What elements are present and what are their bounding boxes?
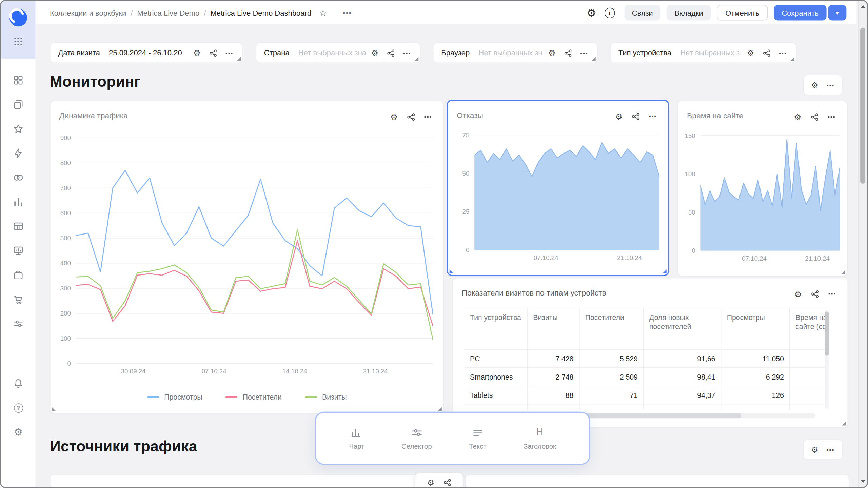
- widget-relations-icon[interactable]: [407, 113, 415, 121]
- sidebar-item-services[interactable]: [13, 269, 24, 281]
- sidebar-item-connections[interactable]: [13, 148, 24, 159]
- resize-handle[interactable]: [663, 269, 666, 273]
- sidebar-item-favorites[interactable]: [13, 123, 24, 135]
- resize-handle[interactable]: [592, 57, 595, 61]
- filter-menu-icon[interactable]: ⋯: [403, 48, 411, 57]
- widget-relations-icon[interactable]: [811, 290, 819, 298]
- filter-gear-icon[interactable]: ⚙: [371, 49, 378, 57]
- sidebar-item-collections[interactable]: [13, 99, 24, 110]
- widget-menu-icon[interactable]: ⋯: [827, 112, 836, 121]
- filter-menu-icon[interactable]: ⋯: [778, 48, 787, 57]
- settings-gear-icon[interactable]: ⚙: [13, 427, 24, 438]
- add-heading-button[interactable]: H Заголовок: [524, 426, 556, 450]
- filter-gear-icon[interactable]: ⚙: [193, 49, 201, 57]
- svg-text:0: 0: [67, 360, 71, 367]
- widget-gear-icon[interactable]: ⚙: [390, 113, 398, 121]
- sidebar-item-dashboards[interactable]: [13, 245, 24, 256]
- widget-relations-icon[interactable]: [631, 112, 639, 120]
- sidebar-item-marketplace[interactable]: [13, 294, 24, 305]
- page-scrollbar-thumb[interactable]: [860, 28, 865, 184]
- filter-relations-icon[interactable]: [387, 49, 394, 57]
- legend-visits[interactable]: Визиты: [305, 393, 347, 401]
- resize-handle[interactable]: [415, 57, 418, 61]
- add-text-button[interactable]: Текст: [469, 426, 486, 450]
- resize-handle[interactable]: [842, 422, 846, 425]
- table-row[interactable]: PC7 4285 52991,6611 050: [465, 350, 829, 368]
- sidebar-item-workbooks[interactable]: [13, 75, 24, 86]
- filter-relations-icon[interactable]: [763, 49, 770, 57]
- table-vscroll-thumb[interactable]: [825, 311, 829, 356]
- section-gear-icon[interactable]: ⚙: [811, 445, 818, 453]
- filter-relations-icon[interactable]: [209, 49, 217, 57]
- scroll-up-icon[interactable]: [861, 5, 865, 8]
- section-menu-icon[interactable]: ⋯: [826, 81, 835, 89]
- filter-country[interactable]: Страна Нет выбранных зна ⚙ ⋯: [256, 43, 421, 63]
- legend-views[interactable]: Просмотры: [147, 393, 202, 401]
- sidebar-item-settings-tune[interactable]: [13, 318, 24, 329]
- save-button[interactable]: Сохранить: [774, 5, 826, 21]
- widget-gear-icon[interactable]: ⚙: [794, 113, 801, 121]
- breadcrumb-workbook[interactable]: Metrica Live Demo: [137, 8, 199, 17]
- filter-relations-icon[interactable]: [564, 49, 572, 57]
- sidebar-item-charts[interactable]: [13, 197, 24, 208]
- breadcrumb-collections[interactable]: Коллекции и воркбуки: [50, 8, 126, 17]
- filter-menu-icon[interactable]: ⋯: [225, 48, 234, 57]
- filter-device-placeholder[interactable]: Нет выбранных з: [680, 49, 742, 57]
- filter-gear-icon[interactable]: ⚙: [747, 49, 754, 57]
- section-gear-icon[interactable]: ⚙: [811, 81, 818, 89]
- resize-handle[interactable]: [790, 57, 794, 61]
- filter-browser[interactable]: Браузер Нет выбранных зн ⚙ ⋯: [433, 43, 598, 63]
- filter-device-type[interactable]: Тип устройства Нет выбранных з ⚙ ⋯: [610, 43, 796, 63]
- svg-text:07.10.24: 07.10.24: [202, 368, 226, 375]
- sidebar-item-tables[interactable]: [13, 221, 24, 232]
- notifications-bell-icon[interactable]: [13, 378, 24, 389]
- datalens-logo-icon[interactable]: [8, 8, 28, 28]
- filter-menu-icon[interactable]: ⋯: [580, 48, 588, 57]
- breadcrumb-menu-icon[interactable]: ⋯: [342, 7, 352, 18]
- widget-bounces[interactable]: Отказы ⚙ ⋯ 025507507.10.2421.10.24: [447, 100, 669, 276]
- widget-time-on-site[interactable]: Время на сайте ⚙ ⋯ 05010015007.10.2421.1…: [677, 101, 847, 276]
- filter-browser-placeholder[interactable]: Нет выбранных зн: [478, 49, 544, 57]
- filter-gear-icon[interactable]: ⚙: [548, 49, 555, 57]
- table-vertical-scrollbar[interactable]: [825, 310, 829, 409]
- legend-visitors[interactable]: Посетители: [225, 393, 282, 401]
- widget-menu-icon[interactable]: ⋯: [828, 289, 836, 298]
- relations-button[interactable]: Связи: [624, 5, 660, 21]
- favorite-star-icon[interactable]: ☆: [319, 7, 327, 18]
- widget-menu-icon[interactable]: ⋯: [424, 112, 432, 121]
- resize-handle[interactable]: [438, 407, 441, 411]
- partial-widget-toolbar: ⚙: [415, 472, 463, 488]
- cancel-button[interactable]: Отменить: [717, 5, 768, 21]
- filter-date[interactable]: Дата визита 25.09.2024 - 26.10.20 ⚙ ⋯: [50, 43, 243, 63]
- add-selector-button[interactable]: Селектор: [401, 426, 432, 450]
- table-row[interactable]: Smartphones2 7482 50998,416 292: [465, 368, 829, 386]
- add-chart-button[interactable]: Чарт: [349, 426, 364, 450]
- scroll-down-icon[interactable]: [861, 480, 865, 483]
- widget-gear-icon[interactable]: ⚙: [794, 290, 802, 298]
- filter-country-placeholder[interactable]: Нет выбранных зна: [298, 49, 367, 57]
- help-icon[interactable]: ?: [13, 402, 24, 413]
- dashboard-settings-gear-icon[interactable]: ⚙: [587, 6, 596, 19]
- widget-device-metrics[interactable]: Показатели визитов по типам устройств ⚙ …: [452, 278, 848, 428]
- table-row[interactable]: Tablets887194,37126: [465, 386, 829, 405]
- resize-handle[interactable]: [237, 57, 241, 61]
- apps-grid-icon[interactable]: [13, 37, 23, 46]
- sidebar-item-datasets[interactable]: [13, 172, 24, 183]
- widget-relations-icon[interactable]: [443, 479, 451, 486]
- partial-widget-left[interactable]: [50, 474, 451, 488]
- page-scrollbar[interactable]: [858, 1, 867, 487]
- widget-traffic-dynamics[interactable]: Динамика трафика ⚙ ⋯ 0100200300400500600…: [50, 101, 444, 413]
- resize-handle[interactable]: [52, 407, 56, 411]
- resize-handle[interactable]: [842, 270, 845, 274]
- widget-gear-icon[interactable]: ⚙: [615, 112, 623, 120]
- save-menu-button[interactable]: ▾: [828, 5, 846, 21]
- widget-menu-icon[interactable]: ⋯: [649, 112, 657, 121]
- info-icon[interactable]: i: [604, 7, 615, 18]
- widget-gear-icon[interactable]: ⚙: [427, 478, 434, 486]
- widget-relations-icon[interactable]: [810, 113, 818, 121]
- section-menu-icon[interactable]: ⋯: [826, 445, 835, 454]
- partial-widget-right[interactable]: [465, 474, 849, 488]
- filter-date-value[interactable]: 25.09.2024 - 26.10.20: [109, 49, 189, 57]
- tabs-button[interactable]: Вкладки: [667, 5, 711, 21]
- resize-handle[interactable]: [450, 269, 453, 273]
